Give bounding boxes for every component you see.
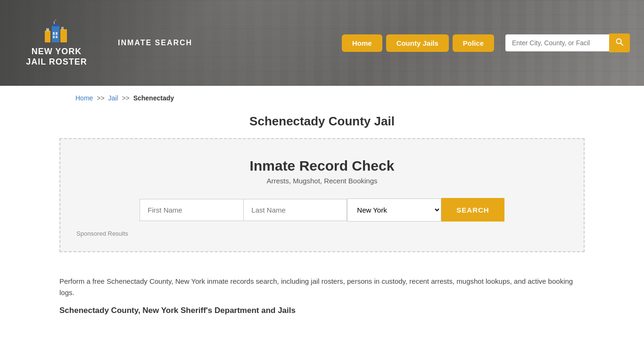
header-content: NEW YORK JAIL ROSTER INMATE SEARCH Home … xyxy=(0,19,644,67)
breadcrumb-home-link[interactable]: Home xyxy=(75,94,93,102)
record-check-subtitle: Arrests, Mugshot, Recent Bookings xyxy=(74,177,570,185)
nav-police-button[interactable]: Police xyxy=(453,34,494,52)
header-search-button[interactable] xyxy=(609,33,630,52)
svg-rect-5 xyxy=(60,29,67,42)
breadcrumb-current: Schenectady xyxy=(133,94,174,102)
page-title: Schenectady County Jail xyxy=(0,114,644,129)
nav-home-button[interactable]: Home xyxy=(342,34,382,52)
nav-area: Home County Jails Police xyxy=(342,33,630,52)
site-logo-icon xyxy=(42,19,71,45)
svg-rect-1 xyxy=(46,28,49,31)
svg-rect-0 xyxy=(45,31,50,42)
svg-rect-4 xyxy=(54,21,55,24)
svg-rect-6 xyxy=(61,27,64,30)
logo-area: NEW YORK JAIL ROSTER xyxy=(14,19,99,67)
header-search-area xyxy=(505,33,630,52)
logo-title-line2: JAIL ROSTER xyxy=(26,57,87,67)
svg-rect-8 xyxy=(56,32,58,35)
main-content: Perform a free Schenectady County, New Y… xyxy=(0,266,644,329)
svg-rect-10 xyxy=(56,36,58,38)
svg-marker-11 xyxy=(55,19,57,21)
svg-rect-9 xyxy=(53,36,55,38)
content-heading2: Schenectady County, New York Sheriff's D… xyxy=(59,306,585,315)
last-name-input[interactable] xyxy=(243,199,347,221)
site-header: NEW YORK JAIL ROSTER INMATE SEARCH Home … xyxy=(0,0,644,86)
content-paragraph1: Perform a free Schenectady County, New Y… xyxy=(59,276,585,298)
state-select[interactable]: AlabamaAlaskaArizonaArkansasCaliforniaCo… xyxy=(347,198,441,222)
header-search-input[interactable] xyxy=(505,34,609,51)
search-icon xyxy=(616,38,623,46)
svg-rect-7 xyxy=(53,32,55,35)
breadcrumb-jail-link[interactable]: Jail xyxy=(108,94,118,102)
first-name-input[interactable] xyxy=(140,199,243,221)
svg-line-13 xyxy=(621,43,623,46)
inmate-search-label: INMATE SEARCH xyxy=(118,39,192,47)
record-check-box: Inmate Record Check Arrests, Mugshot, Re… xyxy=(59,138,585,252)
sponsored-label: Sponsored Results xyxy=(74,230,570,237)
logo-title-line1: NEW YORK xyxy=(32,47,82,57)
record-check-title: Inmate Record Check xyxy=(74,158,570,174)
record-check-form: AlabamaAlaskaArizonaArkansasCaliforniaCo… xyxy=(74,198,570,222)
breadcrumb: Home >> Jail >> Schenectady xyxy=(0,86,644,110)
breadcrumb-sep2: >> xyxy=(122,94,129,102)
record-check-search-button[interactable]: SEARCH xyxy=(441,198,504,222)
nav-county-jails-button[interactable]: County Jails xyxy=(386,34,449,52)
breadcrumb-sep1: >> xyxy=(97,94,104,102)
